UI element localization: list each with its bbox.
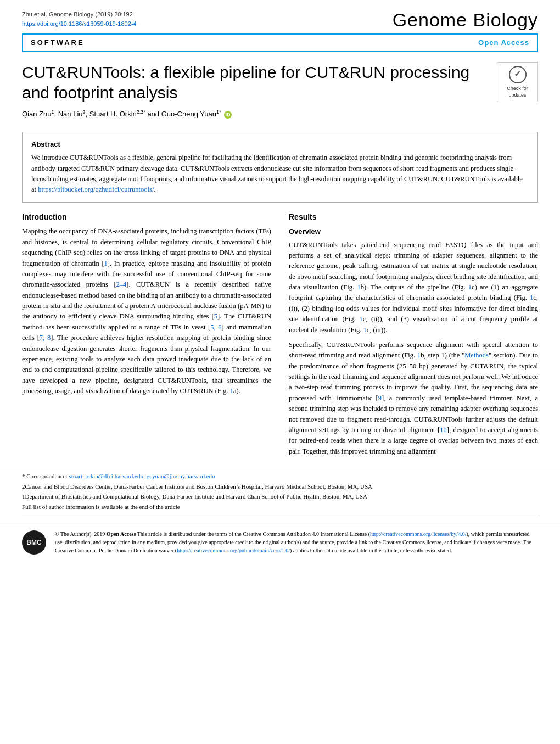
footnote-affiliation2: 2Cancer and Blood Disorders Center, Dana…	[22, 482, 538, 491]
author2-sup: 2	[83, 109, 86, 115]
footnote-full-info: Full list of author information is avail…	[22, 502, 538, 512]
ref2-4-link[interactable]: 2–4	[116, 281, 127, 288]
results-section-title: Results	[289, 211, 538, 223]
right-column: Results Overview CUT&RUNTools takes pair…	[280, 210, 538, 461]
footnote-star-label: * Correspondence:	[22, 473, 69, 479]
footer-open-access-bold: Open Access	[107, 531, 136, 537]
software-label: SOFTWARE	[31, 37, 85, 48]
ref9-link[interactable]: 9	[378, 394, 382, 402]
results-text2: Specifically, CUT&RUNTools performs sequ…	[289, 340, 538, 457]
intro-text: Mapping the occupancy of DNA-associated …	[22, 226, 271, 396]
doi-link[interactable]: https://doi.org/10.1186/s13059-019-1802-…	[22, 20, 137, 27]
results-text1: CUT&RUNTools takes paired-end sequencing…	[289, 240, 538, 335]
software-banner: SOFTWARE Open Access	[22, 33, 538, 52]
top-header: Zhu et al. Genome Biology (2019) 20:192 …	[0, 0, 560, 33]
footer-cc0-link[interactable]: http://creativecommons.org/publicdomain/…	[177, 547, 290, 553]
footnote-affiliation1: 1Department of Biostatistics and Computa…	[22, 492, 538, 501]
footer-divider	[22, 517, 538, 517]
footer-cc-link[interactable]: http://creativecommons.org/licenses/by/4…	[370, 531, 466, 537]
check-updates-label: Check for updates	[500, 86, 535, 98]
citation-line1: Zhu et al. Genome Biology (2019) 20:192	[22, 10, 137, 19]
body-columns: Introduction Mapping the occupancy of DN…	[0, 210, 560, 461]
check-updates-circle: ✓	[509, 66, 527, 83]
author1-sup: 1	[51, 109, 54, 115]
methods-link[interactable]: Methods	[464, 351, 489, 359]
author4-sup: 1*	[216, 109, 221, 115]
fig1c-link1[interactable]: 1	[468, 283, 472, 291]
fig1c-i-link[interactable]: 1	[530, 294, 533, 301]
fig1c-ii-link[interactable]: 1	[359, 315, 362, 323]
page: Zhu et al. Genome Biology (2019) 20:192 …	[0, 0, 560, 744]
abstract-url-link[interactable]: https://bitbucket.org/qzhudfci/cutruntoo…	[38, 186, 154, 193]
open-access-label: Open Access	[478, 37, 529, 48]
meta-info: Zhu et al. Genome Biology (2019) 20:192 …	[22, 10, 137, 28]
left-column: Introduction Mapping the occupancy of DN…	[22, 210, 280, 461]
fig1c-iii-link[interactable]: 1	[363, 326, 366, 334]
abstract-title: Abstract	[31, 139, 529, 150]
article-title-block: CUT&RUNTools: a flexible pipeline for CU…	[22, 62, 486, 122]
orcid-icon: ID	[224, 111, 232, 119]
ref1-link[interactable]: 1	[104, 260, 108, 267]
abstract-section: Abstract We introduce CUT&RUNTools as a …	[22, 132, 538, 203]
article-authors: Qian Zhu1, Nan Liu2, Stuart H. Orkin2,3*…	[22, 109, 486, 120]
author3-sup: 2,3*	[137, 109, 145, 115]
fig1b-link2[interactable]: 1	[417, 351, 421, 359]
abstract-text: We introduce CUT&RUNTools as a flexible,…	[31, 153, 529, 195]
ref5-link[interactable]: 5	[214, 312, 217, 320]
fig1a-link[interactable]: 1	[230, 387, 233, 395]
footnote-email1-link[interactable]: stuart_orkin@dfci.harvard.edu	[69, 473, 143, 479]
overview-subtitle: Overview	[289, 226, 538, 237]
intro-section-title: Introduction	[22, 211, 271, 223]
fig1b-link1[interactable]: 1	[357, 283, 360, 291]
author1-name: Qian Zhu1	[22, 110, 54, 118]
author2-name: Nan Liu2	[58, 110, 86, 118]
ref7-8-link[interactable]: 7, 8	[40, 334, 51, 342]
footer-license-text: © The Author(s). 2019 Open Access This a…	[55, 530, 538, 555]
bmc-logo: BMC	[22, 530, 46, 555]
ref5-6-link[interactable]: 5, 6	[210, 323, 221, 331]
footnote-correspondence: * Correspondence: stuart_orkin@dfci.harv…	[22, 472, 538, 481]
journal-title: Genome Biology	[393, 10, 538, 30]
check-updates-box: ✓ Check for updates	[497, 62, 538, 102]
doi-line: https://doi.org/10.1186/s13059-019-1802-…	[22, 19, 137, 29]
footnotes-section: * Correspondence: stuart_orkin@dfci.harv…	[0, 467, 560, 517]
author4-name: Guo-Cheng Yuan1*	[161, 110, 221, 118]
author3-name: Stuart H. Orkin2,3*	[89, 110, 145, 118]
ref10-link[interactable]: 10	[440, 426, 447, 434]
page-footer: BMC © The Author(s). 2019 Open Access Th…	[0, 523, 560, 561]
bmc-circle-logo: BMC	[22, 530, 46, 555]
article-title: CUT&RUNTools: a flexible pipeline for CU…	[22, 62, 486, 103]
article-header: CUT&RUNTools: a flexible pipeline for CU…	[0, 52, 560, 126]
footnote-email2-link[interactable]: gcyuan@jimmy.harvard.edu	[147, 473, 215, 479]
